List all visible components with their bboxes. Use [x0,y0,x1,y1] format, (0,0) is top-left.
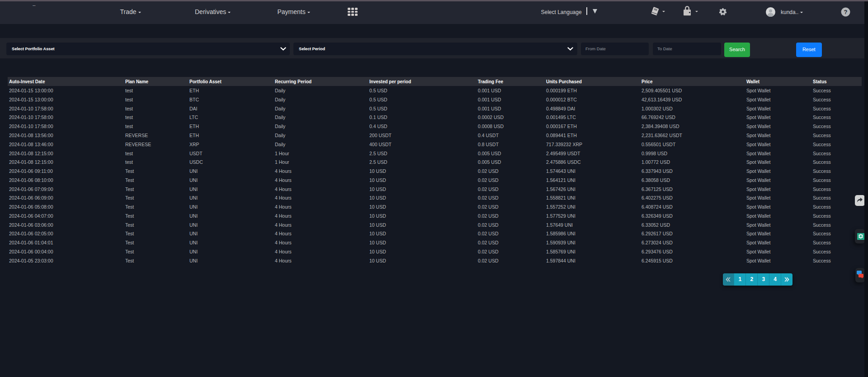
svg-text:?: ? [844,9,848,15]
